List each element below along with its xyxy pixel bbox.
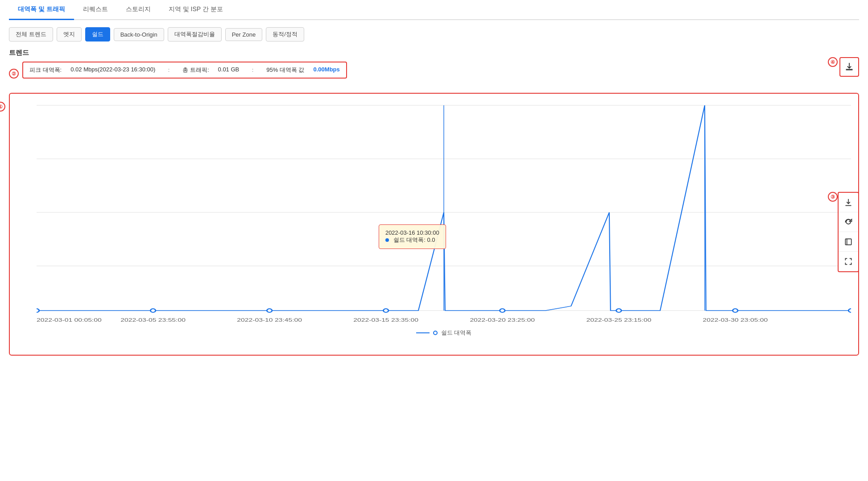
sub-tabs: 전체 트렌드 엣지 쉴드 Back-to-Origin 대역폭절감비율 Per … (9, 27, 859, 41)
subtab-shield[interactable]: 쉴드 (85, 27, 110, 41)
chart-wrapper: ① 0.02 0.015 0.01 0.005 0 (9, 93, 859, 356)
svg-text:2022-03-25 23:15:00: 2022-03-25 23:15:00 (586, 317, 651, 323)
svg-text:2022-03-10 23:45:00: 2022-03-10 23:45:00 (237, 317, 302, 323)
toolbar-refresh-btn[interactable] (839, 212, 858, 232)
expand-icon (844, 237, 853, 246)
legend-label: 쉴드 대역폭 (441, 329, 472, 337)
svg-rect-29 (845, 239, 851, 245)
tab-region-isp[interactable]: 지역 및 ISP 간 분포 (160, 0, 232, 20)
tab-request[interactable]: 리퀘스트 (74, 0, 117, 20)
total-label: 총 트래픽: (182, 66, 209, 74)
subtab-all-trend[interactable]: 전체 트렌드 (9, 27, 53, 41)
svg-point-12 (267, 309, 272, 312)
toolbar-fullscreen-btn[interactable] (839, 252, 858, 271)
badge-4: ④ (828, 57, 838, 67)
subtab-edge[interactable]: 엣지 (57, 27, 82, 41)
svg-point-13 (383, 309, 388, 312)
tab-storage[interactable]: 스토리지 (117, 0, 160, 20)
trend-chart: 0.02 0.015 0.01 0.005 0 (37, 101, 851, 324)
svg-point-10 (37, 309, 39, 312)
svg-point-17 (848, 309, 851, 312)
peak-value: 0.02 Mbps(2022-03-23 16:30:00) (70, 66, 155, 74)
chart-svg-area: 0.02 0.015 0.01 0.005 0 (37, 101, 851, 325)
subtab-per-zone[interactable]: Per Zone (225, 28, 262, 41)
svg-point-16 (733, 309, 738, 312)
chart-legend: 쉴드 대역폭 (37, 329, 851, 337)
svg-text:2022-03-01 00:05:00: 2022-03-01 00:05:00 (37, 317, 102, 323)
toolbar-download-btn[interactable] (839, 193, 858, 212)
peak-label: 피크 대역폭: (29, 66, 62, 74)
subtab-bandwidth-saving[interactable]: 대역폭절감비율 (168, 27, 222, 41)
subtab-back-to-origin[interactable]: Back-to-Origin (114, 28, 164, 41)
right-toolbar (838, 192, 859, 272)
download-icon-top (844, 62, 854, 72)
svg-point-15 (616, 309, 621, 312)
stats-bar: 피크 대역폭: 0.02 Mbps(2022-03-23 16:30:00) ：… (22, 62, 347, 79)
subtab-dynamic-static[interactable]: 동적/정적 (266, 27, 304, 41)
top-tabs: 대역폭 및 트래픽 리퀘스트 스토리지 지역 및 ISP 간 분포 (9, 0, 859, 20)
section-title: 트렌드 (9, 49, 859, 57)
download-button-top[interactable] (839, 57, 859, 77)
legend-line (416, 332, 430, 333)
svg-text:2022-03-05 23:55:00: 2022-03-05 23:55:00 (120, 317, 186, 323)
percentile-value: 0.00Mbps (314, 66, 340, 74)
tab-bandwidth-traffic[interactable]: 대역폭 및 트래픽 (9, 0, 74, 20)
badge-1: ① (0, 102, 5, 112)
svg-text:2022-03-20 23:25:00: 2022-03-20 23:25:00 (470, 317, 535, 323)
svg-text:2022-03-15 23:35:00: 2022-03-15 23:35:00 (353, 317, 418, 323)
total-value: 0.01 GB (218, 66, 240, 74)
fullscreen-icon (844, 257, 853, 266)
svg-point-11 (150, 309, 155, 312)
legend-dot (433, 331, 438, 335)
svg-text:2022-03-30 23:05:00: 2022-03-30 23:05:00 (703, 317, 768, 323)
refresh-icon (844, 218, 853, 227)
badge-2: ② (9, 69, 19, 79)
percentile-label: 95% 대역폭 값 (266, 66, 304, 74)
badge-3: ③ (828, 192, 838, 202)
download-icon (844, 198, 853, 207)
toolbar-expand-btn[interactable] (839, 232, 858, 252)
chart-container: 0.02 0.015 0.01 0.005 0 (9, 93, 859, 356)
svg-point-14 (500, 309, 505, 312)
svg-rect-27 (846, 69, 853, 70)
